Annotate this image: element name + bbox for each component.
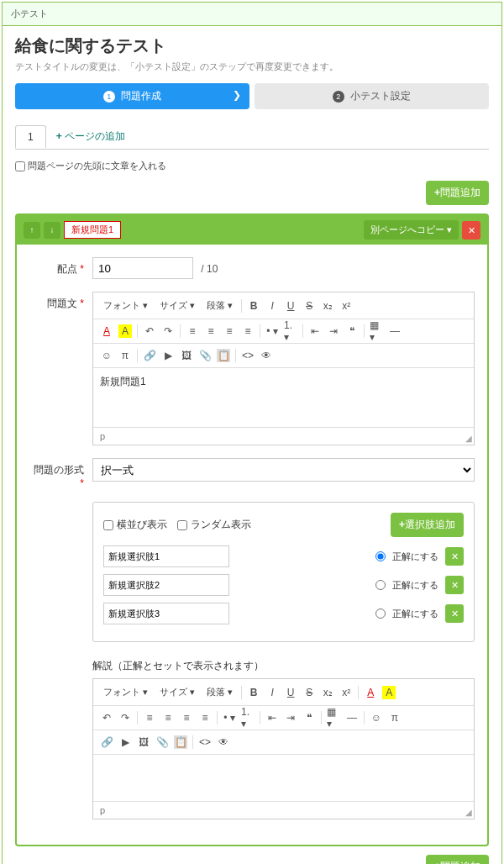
link-icon[interactable]: 🔗	[100, 735, 113, 749]
page-subtitle: テストタイトルの変更は、「小テスト設定」のステップで再度変更できます。	[15, 61, 489, 73]
question-name[interactable]: 新規問題1	[64, 221, 121, 239]
ol-icon[interactable]: 1. ▾	[284, 324, 297, 338]
sub-icon[interactable]: x₂	[321, 299, 334, 313]
strike-icon[interactable]: S	[302, 686, 316, 699]
format-select[interactable]: 択一式	[92, 458, 475, 482]
font-select[interactable]: フォント ▾	[100, 684, 151, 700]
add-question-button[interactable]: +問題追加	[426, 181, 489, 205]
delete-question-button[interactable]: ✕	[462, 221, 480, 240]
preview-icon[interactable]: 👁	[217, 735, 230, 749]
ol-icon[interactable]: 1. ▾	[241, 711, 255, 724]
para-select[interactable]: 段落 ▾	[203, 298, 236, 313]
strike-icon[interactable]: S	[302, 299, 316, 313]
table-icon[interactable]: ▦ ▾	[370, 324, 383, 338]
sub-icon[interactable]: x₂	[321, 686, 334, 699]
step-quiz-settings[interactable]: 2 小テスト設定	[255, 83, 489, 109]
hr-icon[interactable]: —	[388, 324, 402, 338]
add-choice-button[interactable]: +選択肢追加	[391, 513, 464, 537]
file-icon[interactable]: 📎	[155, 735, 169, 749]
question-text-input[interactable]: 新規問題1	[93, 368, 474, 427]
preview-icon[interactable]: 👁	[260, 349, 273, 362]
horizontal-checkbox[interactable]	[103, 520, 113, 530]
move-down-button[interactable]: ↓	[44, 222, 60, 239]
table-icon[interactable]: ▦ ▾	[327, 711, 340, 724]
align-justify-icon[interactable]: ≡	[198, 711, 212, 724]
align-left-icon[interactable]: ≡	[143, 711, 156, 724]
move-up-button[interactable]: ↑	[24, 222, 40, 239]
fontcolor-icon[interactable]: A	[364, 686, 377, 699]
para-select[interactable]: 段落 ▾	[203, 684, 236, 700]
video-icon[interactable]: ▶	[118, 735, 132, 749]
source-icon[interactable]: <>	[241, 349, 255, 362]
redo-icon[interactable]: ↷	[161, 324, 175, 338]
align-right-icon[interactable]: ≡	[180, 711, 193, 724]
delete-choice-button[interactable]: ✕	[445, 576, 464, 594]
correct-radio[interactable]	[375, 551, 386, 561]
correct-label: 正解にする	[392, 579, 438, 592]
bgcolor-icon[interactable]: A	[118, 324, 132, 338]
header-text-label: 問題ページの先頭に文章を入れる	[28, 161, 166, 171]
hr-icon[interactable]: —	[345, 711, 359, 724]
sup-icon[interactable]: x²	[339, 686, 353, 699]
pi-icon[interactable]: π	[388, 711, 402, 724]
resize-handle-icon[interactable]: ◢	[465, 434, 472, 443]
align-justify-icon[interactable]: ≡	[241, 324, 255, 338]
add-question-button[interactable]: +問題追加	[426, 855, 489, 864]
bold-icon[interactable]: B	[247, 686, 260, 699]
quote-icon[interactable]: ❝	[345, 324, 359, 338]
fontcolor-icon[interactable]: A	[100, 324, 113, 338]
indent-icon[interactable]: ⇥	[284, 711, 297, 724]
link-icon[interactable]: 🔗	[143, 349, 156, 362]
align-center-icon[interactable]: ≡	[204, 324, 218, 338]
size-select[interactable]: サイズ ▾	[156, 298, 198, 313]
paste-icon[interactable]: 📋	[217, 349, 230, 362]
paste-icon[interactable]: 📋	[174, 735, 187, 749]
italic-icon[interactable]: I	[265, 686, 279, 699]
align-left-icon[interactable]: ≡	[186, 324, 199, 338]
italic-icon[interactable]: I	[265, 299, 279, 313]
header-text-checkbox[interactable]	[15, 161, 25, 171]
add-page-button[interactable]: + ページの追加	[46, 124, 135, 149]
sup-icon[interactable]: x²	[339, 299, 353, 313]
emoji-icon[interactable]: ☺	[370, 711, 383, 724]
delete-choice-button[interactable]: ✕	[445, 547, 464, 566]
quote-icon[interactable]: ❝	[302, 711, 316, 724]
redo-icon[interactable]: ↷	[118, 711, 132, 724]
correct-radio[interactable]	[375, 608, 386, 619]
emoji-icon[interactable]: ☺	[100, 349, 113, 362]
ul-icon[interactable]: • ▾	[223, 711, 236, 724]
correct-radio[interactable]	[375, 580, 386, 590]
size-select[interactable]: サイズ ▾	[156, 684, 198, 700]
delete-choice-button[interactable]: ✕	[445, 604, 464, 623]
choice-input[interactable]	[103, 545, 229, 567]
underline-icon[interactable]: U	[284, 299, 297, 313]
align-center-icon[interactable]: ≡	[161, 711, 175, 724]
resize-handle-icon[interactable]: ◢	[465, 808, 472, 817]
choice-input[interactable]	[103, 574, 229, 596]
question-text-label: 問題文 *	[29, 292, 92, 311]
score-input[interactable]	[92, 257, 193, 279]
image-icon[interactable]: 🖼	[180, 349, 193, 362]
pi-icon[interactable]: π	[118, 349, 132, 362]
random-checkbox[interactable]	[177, 520, 187, 530]
undo-icon[interactable]: ↶	[143, 324, 156, 338]
align-right-icon[interactable]: ≡	[223, 324, 236, 338]
bgcolor-icon[interactable]: A	[382, 686, 396, 699]
bold-icon[interactable]: B	[247, 299, 260, 313]
undo-icon[interactable]: ↶	[100, 711, 113, 724]
source-icon[interactable]: <>	[198, 735, 212, 749]
copy-to-page-button[interactable]: 別ページへコピー ▾	[364, 220, 459, 240]
outdent-icon[interactable]: ⇤	[265, 711, 279, 724]
step-create-questions[interactable]: 1 問題作成 ❯	[15, 83, 249, 109]
indent-icon[interactable]: ⇥	[327, 324, 340, 338]
file-icon[interactable]: 📎	[198, 349, 212, 362]
choice-input[interactable]	[103, 603, 229, 624]
tab-page-1[interactable]: 1	[15, 125, 46, 148]
video-icon[interactable]: ▶	[161, 349, 175, 362]
font-select[interactable]: フォント ▾	[100, 298, 151, 313]
outdent-icon[interactable]: ⇤	[308, 324, 322, 338]
underline-icon[interactable]: U	[284, 686, 297, 699]
explanation-input[interactable]	[93, 755, 474, 801]
image-icon[interactable]: 🖼	[137, 735, 150, 749]
ul-icon[interactable]: • ▾	[265, 324, 279, 338]
